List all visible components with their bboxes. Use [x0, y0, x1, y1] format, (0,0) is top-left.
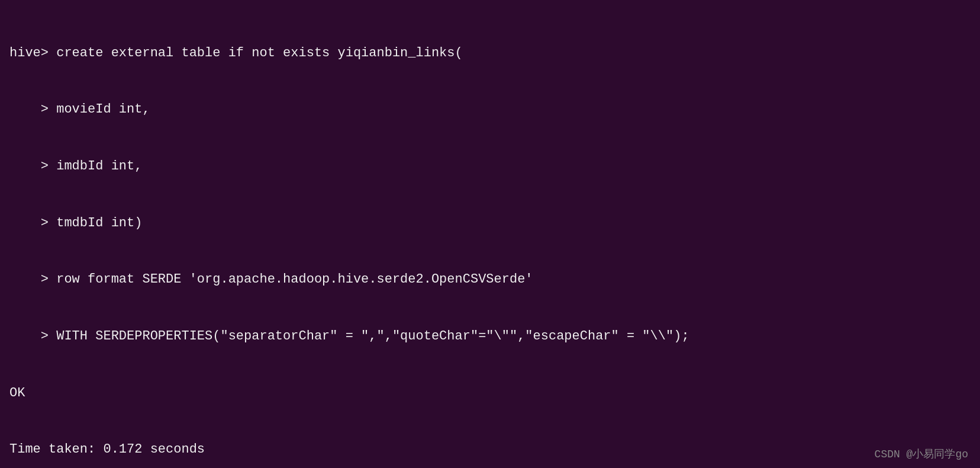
terminal-window: hive> create external table if not exist… [0, 0, 980, 468]
terminal-line-7: OK [9, 384, 971, 403]
terminal-line-4: > tmdbId int) [9, 214, 971, 233]
watermark: CSDN @小易同学go [875, 447, 968, 461]
terminal-line-2: > movieId int, [9, 100, 971, 119]
terminal-line-6: > WITH SERDEPROPERTIES("separatorChar" =… [9, 327, 971, 346]
terminal-line-1: hive> create external table if not exist… [9, 44, 971, 63]
terminal-line-8: Time taken: 0.172 seconds [9, 440, 971, 459]
terminal-line-5: > row format SERDE 'org.apache.hadoop.hi… [9, 270, 971, 289]
terminal-line-3: > imdbId int, [9, 157, 971, 176]
